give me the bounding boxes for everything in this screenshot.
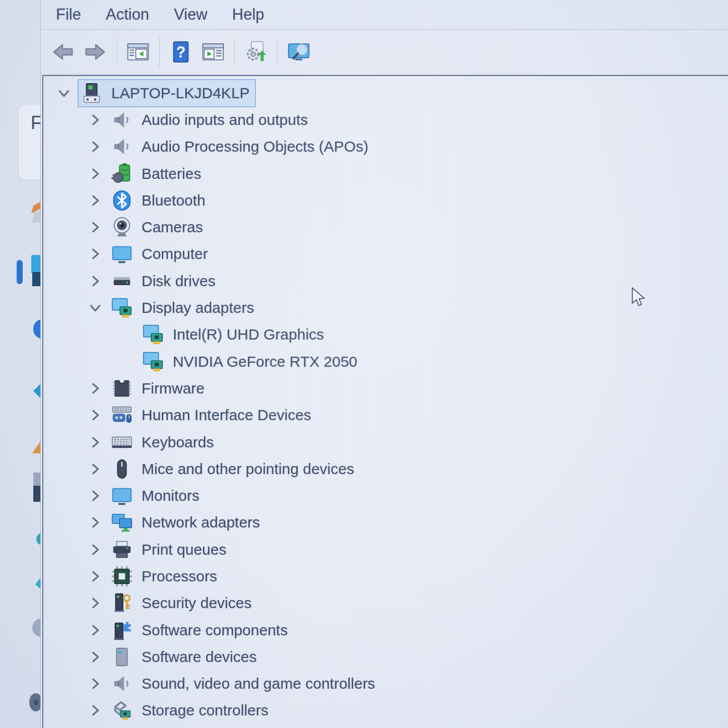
tree-item-label: Sound, video and game controllers [142,675,375,692]
chevron-right-icon[interactable] [89,246,109,261]
toolbar-separator [116,37,117,67]
tree-item-security-devices[interactable]: Security devices [43,590,728,617]
chevron-right-icon[interactable] [89,408,109,423]
chevron-right-icon[interactable] [89,623,109,638]
tree-item-label: Network adapters [142,514,260,531]
chevron-right-icon[interactable] [89,515,109,530]
tree-item-content: Monitors [109,483,205,509]
keyboard-icon [110,431,134,454]
tree-item-label: Security devices [142,594,251,612]
tree-item-content: Audio inputs and outputs [109,107,313,133]
tree-item-content: Cameras [109,214,208,240]
chevron-right-icon[interactable] [89,112,109,127]
battery-icon [110,162,134,185]
chevron-right-icon[interactable] [89,703,109,718]
tree-item-label: Storage controllers [142,702,269,719]
menu-item-help[interactable]: Help [232,6,264,24]
tree-item-human-interface-devices[interactable]: Human Interface Devices [43,402,728,429]
chevron-right-icon[interactable] [89,676,109,691]
tree-item-computer[interactable]: Computer [43,241,728,268]
tree-item-network-adapters[interactable]: Network adapters [43,509,728,536]
tree-item-bluetooth[interactable]: Bluetooth [43,187,728,214]
tree-item-content: Software devices [109,644,261,670]
chevron-right-icon[interactable] [89,166,109,181]
chevron-right-icon[interactable] [89,139,109,154]
background-selection-pill [17,260,23,284]
tree-item-firmware[interactable]: Firmware [43,375,728,402]
tree-item-label: Software devices [142,648,256,666]
tree-item-label: Monitors [142,487,200,504]
tree-item-nvidia-geforce-rtx-2050[interactable]: NVIDIA GeForce RTX 2050 [43,348,728,375]
monitor-icon [110,242,134,266]
tree-item-label: Firmware [142,380,205,397]
chevron-right-icon[interactable] [89,274,109,289]
chevron-right-icon[interactable] [89,220,109,235]
tree-item-audio-processing-objects-apos[interactable]: Audio Processing Objects (APOs) [43,134,728,160]
mouse-icon [110,457,134,481]
device-tree-pane[interactable]: LAPTOP-LKJD4KLPAudio inputs and outputsA… [42,75,728,728]
tree-item-sound-video-and-game-controllers[interactable]: Sound, video and game controllers [43,671,728,697]
tree-item-content: Processors [109,563,222,589]
tree-item-cameras[interactable]: Cameras [43,214,728,240]
device-tree: LAPTOP-LKJD4KLPAudio inputs and outputsA… [43,76,728,724]
svg-text:?: ? [176,43,186,60]
display-adapter-icon [142,350,165,373]
chevron-right-icon[interactable] [89,649,109,665]
tree-item-processors[interactable]: Processors [43,563,728,589]
toolbar-scan-for-hardware-changes-button[interactable] [243,38,269,66]
tree-item-keyboards[interactable]: Keyboards [43,429,728,455]
tree-item-content: Bluetooth [109,187,211,214]
computer-search-icon [287,40,310,63]
chevron-right-icon[interactable] [89,569,109,584]
hid-icon [110,404,134,427]
tree-item-content: Audio Processing Objects (APOs) [109,134,373,160]
tree-item-label: Disk drives [142,273,216,290]
chevron-right-icon[interactable] [89,193,109,208]
chevron-right-icon[interactable] [89,461,109,477]
tree-item-print-queues[interactable]: Print queues [43,536,728,563]
menu-item-file[interactable]: File [56,6,81,24]
tree-item-monitors[interactable]: Monitors [43,482,728,509]
tree-item-batteries[interactable]: Batteries [43,160,728,187]
camera-icon [110,216,134,239]
tree-item-intel-r-uhd-graphics[interactable]: Intel(R) UHD Graphics [43,321,728,348]
toolbar-properties-button[interactable] [200,38,226,66]
tree-item-mice-and-other-pointing-devices[interactable]: Mice and other pointing devices [43,455,728,482]
toolbar-forward-button[interactable] [82,38,108,66]
chevron-right-icon[interactable] [89,595,109,611]
tree-item-display-adapters[interactable]: Display adapters [43,294,728,321]
toolbar-show-hide-console-tree-button[interactable] [125,38,151,66]
tree-item-storage-controllers[interactable]: Storage controllers [43,697,728,724]
tree-item-content: Mice and other pointing devices [109,456,359,482]
speaker-icon [110,108,134,131]
speaker-icon [110,672,134,695]
chevron-down-icon[interactable] [89,300,109,315]
tree-item-label: Audio Processing Objects (APOs) [142,138,368,155]
tree-item-laptop-lkjd4klp[interactable]: LAPTOP-LKJD4KLP [43,80,728,106]
arrow-right-icon [84,40,107,63]
tree-item-label: Keyboards [142,434,214,451]
tree-item-audio-inputs-and-outputs[interactable]: Audio inputs and outputs [43,106,728,133]
tree-item-label: Human Interface Devices [142,407,311,424]
tree-item-content: Sound, video and game controllers [109,671,380,697]
software-device-icon [110,645,134,669]
printer-icon [110,538,134,561]
tree-item-software-devices[interactable]: Software devices [43,643,728,670]
chevron-right-icon[interactable] [89,542,109,557]
chevron-right-icon[interactable] [89,381,109,396]
toolbar-back-button[interactable] [50,38,76,66]
toolbar-separator [234,37,235,67]
toolbar-search-computer-button[interactable] [286,38,312,66]
chevron-right-icon[interactable] [89,488,109,503]
tree-item-disk-drives[interactable]: Disk drives [43,268,728,294]
tree-item-label: Processors [142,568,217,585]
menu-item-view[interactable]: View [174,6,208,24]
arrow-left-icon [51,40,75,63]
menu-item-action[interactable]: Action [106,6,149,24]
chevron-down-icon[interactable] [57,86,78,101]
tree-item-content: Network adapters [109,509,265,536]
window-panel-left-icon [126,40,150,63]
toolbar-help-button[interactable]: ? [168,38,194,66]
chevron-right-icon[interactable] [89,435,109,450]
tree-item-software-components[interactable]: Software components [43,617,728,643]
